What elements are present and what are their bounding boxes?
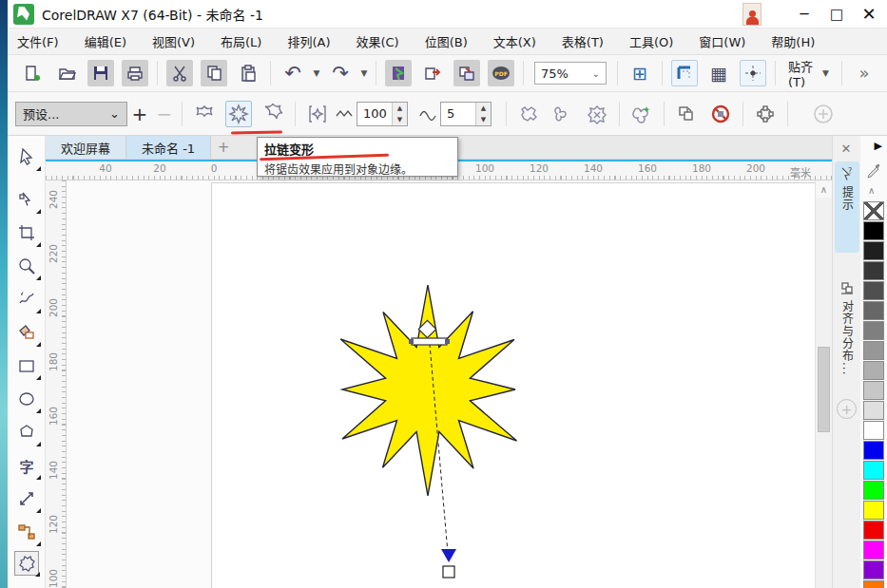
tab-welcome-screen[interactable]: 欢迎屏幕 — [46, 136, 126, 159]
docker-add-button[interactable]: + — [837, 399, 857, 419]
palette-swatch-black[interactable] — [863, 221, 884, 240]
show-rulers-icon[interactable] — [671, 60, 698, 86]
menu-window[interactable]: 窗口(W) — [699, 32, 745, 50]
spin-up-icon[interactable]: ▲ — [393, 103, 407, 114]
menu-bitmaps[interactable]: 位图(B) — [425, 32, 468, 50]
distortion-start-handle[interactable] — [409, 320, 450, 345]
push-pull-distortion-icon[interactable] — [191, 101, 218, 127]
save-icon[interactable] — [87, 60, 114, 86]
palette-swatch-gray-50[interactable] — [863, 321, 884, 340]
docker-tab-hints[interactable]: ? 提示 — [835, 161, 859, 253]
copy-icon[interactable] — [201, 60, 227, 86]
menu-edit[interactable]: 编辑(E) — [85, 32, 126, 50]
palette-swatch-gray-60[interactable] — [863, 301, 884, 320]
palette-swatch-yellow[interactable] — [863, 501, 884, 520]
shape-tool[interactable] — [14, 187, 39, 212]
publish-pdf-icon[interactable]: PDF — [488, 60, 514, 86]
vertical-ruler[interactable]: 240220200180160140120100 — [46, 180, 67, 588]
undo-icon[interactable]: ↶ — [280, 60, 306, 86]
clear-distortion-icon[interactable] — [707, 101, 734, 127]
menu-file[interactable]: 文件(F) — [17, 32, 59, 50]
interactive-distort-tool[interactable] — [14, 551, 39, 576]
convert-to-curves-icon[interactable] — [752, 101, 779, 127]
menu-help[interactable]: 帮助(H) — [771, 32, 815, 50]
scrollbar-thumb[interactable] — [818, 347, 830, 432]
redo-icon[interactable]: ↷ — [327, 60, 354, 86]
palette-swatch-magenta[interactable] — [863, 541, 884, 560]
app-launcher-icon[interactable] — [453, 60, 480, 86]
palette-swatch-gray-70[interactable] — [863, 281, 884, 300]
eyedropper-icon[interactable] — [866, 162, 881, 180]
frequency-spinner[interactable]: 5 ▲▼ — [440, 102, 492, 126]
smart-fill-tool[interactable] — [14, 320, 39, 345]
palette-swatch-green[interactable] — [863, 481, 884, 500]
frequency-value[interactable]: 5 — [441, 103, 475, 125]
cut-icon[interactable] — [166, 60, 193, 86]
menu-tools[interactable]: 工具(O) — [629, 32, 673, 50]
zipper-distortion-icon[interactable] — [225, 101, 252, 127]
pick-tool[interactable] — [14, 144, 39, 169]
spin-down-icon[interactable]: ▼ — [393, 114, 407, 125]
palette-swatch-gray-90[interactable] — [863, 241, 884, 260]
paste-icon[interactable] — [235, 60, 261, 86]
palette-swatch-purple[interactable] — [863, 560, 884, 579]
palette-swatch-gray-80[interactable] — [863, 261, 884, 280]
menu-effects[interactable]: 效果(C) — [356, 32, 398, 50]
vertical-scrollbar[interactable]: ∧ — [815, 180, 832, 588]
new-document-tab-button[interactable]: + — [211, 136, 236, 159]
amplitude-value[interactable]: 100 — [357, 103, 392, 125]
smooth-distortion-icon[interactable] — [550, 101, 576, 127]
menu-table[interactable]: 表格(T) — [562, 32, 604, 50]
palette-swatch-gray-40[interactable] — [863, 341, 884, 360]
ellipse-tool[interactable] — [14, 387, 39, 411]
add-new-distortion-icon[interactable] — [304, 101, 331, 127]
polygon-tool[interactable] — [14, 420, 39, 445]
import-icon[interactable] — [385, 60, 412, 86]
zoom-tool[interactable] — [14, 254, 39, 278]
palette-swatch-white[interactable] — [863, 421, 884, 440]
crop-tool[interactable] — [14, 220, 39, 245]
palette-swatch-gray-20[interactable] — [863, 381, 884, 400]
palette-scroll-up-icon[interactable]: ∧ — [868, 185, 875, 196]
drawing-canvas[interactable] — [67, 180, 815, 588]
connector-tool[interactable] — [14, 520, 39, 544]
toolbar-overflow[interactable]: » — [851, 60, 877, 86]
menu-layout[interactable]: 布局(L) — [221, 32, 261, 50]
show-grid-icon[interactable]: ▦ — [705, 60, 732, 86]
palette-swatch-no-color[interactable] — [863, 201, 884, 220]
tab-untitled-1[interactable]: 未命名 -1 — [126, 136, 211, 159]
menu-arrange[interactable]: 排列(A) — [287, 32, 330, 50]
user-account-icon[interactable] — [742, 3, 762, 26]
quick-customize-icon[interactable] — [810, 101, 837, 127]
maximize-button[interactable]: □ — [820, 2, 853, 27]
new-document-icon[interactable] — [19, 60, 46, 86]
zoom-level-combo[interactable]: 75% ⌄ — [534, 62, 607, 85]
palette-expand-icon[interactable]: ▶ — [875, 140, 882, 152]
show-guidelines-icon[interactable] — [740, 60, 766, 86]
fit-page-icon[interactable]: ⊞ — [627, 60, 653, 86]
minimize-button[interactable]: ─ — [788, 2, 820, 27]
print-icon[interactable] — [122, 60, 148, 86]
close-button[interactable]: ✕ — [853, 2, 885, 27]
center-distortion-icon[interactable] — [628, 101, 655, 127]
random-distortion-icon[interactable] — [515, 101, 542, 127]
docker-close-icon[interactable]: ✕ — [837, 140, 856, 157]
palette-swatch-cyan[interactable] — [863, 461, 884, 480]
docker-tab-align-distribute[interactable]: 对齐与分布... — [835, 275, 859, 399]
scroll-up-icon[interactable]: ∧ — [816, 180, 832, 198]
twister-distortion-icon[interactable] — [260, 101, 286, 127]
rectangle-tool[interactable] — [14, 353, 39, 378]
snap-dropdown[interactable]: 贴齐(T) ▼ — [788, 57, 829, 89]
preset-dropdown[interactable]: 预设... ⌄ — [15, 102, 127, 126]
copy-distortion-properties-icon[interactable] — [673, 101, 700, 127]
redo-dropdown-icon[interactable]: ▼ — [357, 61, 371, 85]
palette-swatch-blue[interactable] — [863, 441, 884, 460]
text-tool[interactable]: 字 — [14, 453, 39, 478]
freehand-tool[interactable] — [14, 287, 39, 312]
undo-dropdown-icon[interactable]: ▼ — [310, 61, 323, 85]
parallel-dimension-tool[interactable] — [14, 486, 39, 511]
palette-swatch-gray-30[interactable] — [863, 361, 884, 380]
menu-text[interactable]: 文本(X) — [493, 32, 536, 50]
open-icon[interactable] — [53, 60, 80, 86]
export-icon[interactable] — [419, 60, 446, 86]
